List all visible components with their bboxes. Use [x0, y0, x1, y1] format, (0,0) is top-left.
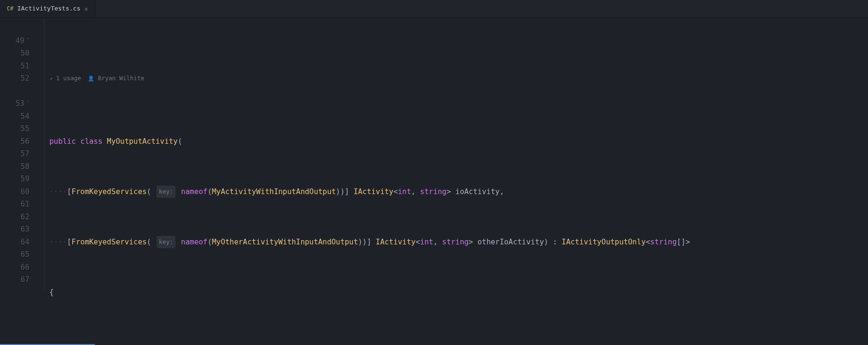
editor[interactable]: 49ˇ 50 51 52 53ˇ 54 55 56 57 58 59 60 61…: [0, 18, 868, 345]
tab-bar: C# IActivityTests.cs ×: [0, 0, 868, 18]
close-tab-icon[interactable]: ×: [84, 6, 88, 12]
code-line: {: [49, 286, 690, 299]
line-number: 66: [0, 261, 32, 274]
line-number: 59: [0, 173, 32, 186]
line-number: 51: [0, 60, 32, 73]
line-number-gutter: 49ˇ 50 51 52 53ˇ 54 55 56 57 58 59 60 61…: [0, 18, 32, 290]
line-number: 56: [0, 135, 32, 148]
line-number: 54: [0, 110, 32, 123]
line-number: 55: [0, 122, 32, 135]
file-tab[interactable]: C# IActivityTests.cs ×: [0, 0, 95, 18]
line-number: 60: [0, 186, 32, 198]
line-number: 50: [0, 47, 32, 60]
line-number: 53ˇ: [0, 97, 32, 110]
line-number: 62: [0, 211, 32, 224]
line-number: 58: [0, 160, 32, 173]
line-number: 67: [0, 273, 32, 286]
line-number: 52: [0, 72, 32, 85]
line-number: 49ˇ: [0, 35, 32, 47]
line-number: 63: [0, 223, 32, 236]
code-line: public class MyOutputActivity(: [49, 135, 690, 148]
code-lens-class[interactable]: ↗ 1 usage 👤 Bryan Wilhite: [49, 72, 690, 85]
usages-icon: ↗: [49, 75, 53, 82]
line-number: 65: [0, 248, 32, 261]
language-badge-icon: C#: [7, 2, 13, 15]
line-number: 57: [0, 148, 32, 160]
code-area[interactable]: ↗ 1 usage 👤 Bryan Wilhite public class M…: [45, 18, 695, 345]
line-number: 64: [0, 236, 32, 249]
author-icon: 👤: [88, 75, 94, 82]
inlay-hint: key:: [157, 186, 175, 198]
line-number: 61: [0, 198, 32, 211]
code-line: ····[FromKeyedServices( key: nameof(MyOt…: [49, 236, 690, 249]
fold-column: [32, 18, 45, 290]
inlay-hint: key:: [157, 236, 175, 249]
tab-filename: IActivityTests.cs: [17, 2, 80, 15]
code-line: ····[FromKeyedServices( key: nameof(MyAc…: [49, 186, 690, 198]
